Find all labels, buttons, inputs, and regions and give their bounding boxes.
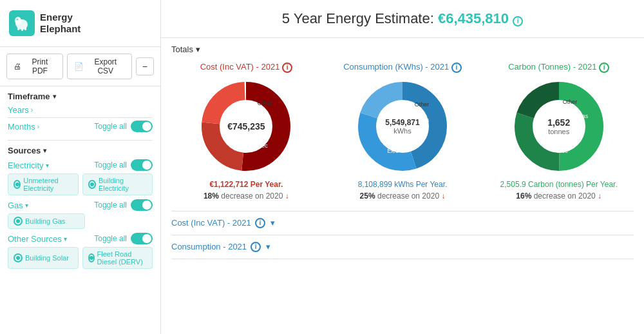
- other-toggle-label: Toggle all: [94, 234, 127, 243]
- sources-header[interactable]: Sources ▾: [8, 146, 153, 155]
- consumption-donut: Other Gas Elec 5,549,871 kWhs: [354, 78, 451, 175]
- cost-accordion[interactable]: Cost (Inc VAT) - 2021 i ▾: [171, 211, 634, 235]
- gas-toggle[interactable]: [131, 199, 153, 211]
- main-header: 5 Year Energy Estimate: €6,435,810 i: [161, 0, 644, 38]
- other-sources-row: Other Sources ▾ Toggle all: [8, 233, 153, 244]
- cost-stat: €1,122,712 Per Year. 18% decrease on 202…: [171, 179, 321, 202]
- consumption-accordion-chevron: ▾: [266, 242, 270, 251]
- carbon-stat: 2,505.9 Carbon (tonnes) Per Year. 16% de…: [484, 179, 634, 202]
- consumption-chart-title: Consumption (KWhs) - 2021 i: [328, 62, 478, 73]
- carbon-chart-card: Carbon (Tonnes) - 2021 i Other Gas Elec: [484, 62, 634, 202]
- svg-point-6: [17, 19, 18, 20]
- gas-toggle-label: Toggle all: [94, 201, 127, 210]
- chip-dot-gas: [14, 217, 23, 226]
- svg-rect-4: [24, 27, 26, 30]
- cost-info-icon[interactable]: i: [282, 63, 292, 73]
- building-gas-chip[interactable]: Building Gas: [8, 213, 85, 229]
- totals-bar[interactable]: Totals ▾: [171, 44, 634, 54]
- bottom-sections: Cost (Inc VAT) - 2021 i ▾ Consumption - …: [171, 211, 634, 259]
- cost-accordion-info[interactable]: i: [255, 218, 265, 228]
- sidebar-actions: 🖨 Print PDF 📄 Export CSV −: [0, 47, 160, 86]
- svg-text:Other: Other: [258, 100, 272, 106]
- gas-toggle-container: Toggle all: [94, 199, 153, 211]
- svg-text:Elec: Elec: [556, 148, 568, 154]
- gas-chips: Building Gas: [8, 213, 153, 229]
- cost-accordion-chevron: ▾: [270, 218, 275, 228]
- other-toggle-container: Toggle all: [94, 233, 153, 244]
- months-toggle-container: Toggle all: [94, 121, 153, 132]
- years-chevron: ›: [31, 106, 33, 113]
- other-sources-chevron: ▾: [64, 235, 67, 242]
- electricity-toggle[interactable]: [131, 159, 153, 171]
- consumption-accordion-label: Consumption - 2021: [171, 242, 247, 251]
- totals-chevron: ▾: [196, 44, 200, 54]
- logo-text: Energy Elephant: [40, 12, 80, 35]
- cost-accordion-label: Cost (Inc VAT) - 2021: [171, 218, 251, 228]
- carbon-info-icon[interactable]: i: [599, 63, 609, 73]
- chip-dot-building-elec: [88, 180, 96, 189]
- svg-rect-2: [17, 27, 19, 30]
- months-label[interactable]: Months ›: [8, 122, 39, 132]
- months-toggle[interactable]: [131, 121, 153, 132]
- svg-text:Other: Other: [415, 101, 430, 108]
- print-pdf-button[interactable]: 🖨 Print PDF: [6, 54, 63, 79]
- chip-dot-unmetered: [14, 180, 21, 189]
- electricity-toggle-container: Toggle all: [94, 159, 153, 171]
- consumption-chart-card: Consumption (KWhs) - 2021 i Other Gas El…: [328, 62, 478, 202]
- print-icon: 🖨: [14, 62, 21, 71]
- electricity-row: Electricity ▾ Toggle all: [8, 159, 153, 171]
- electricity-label[interactable]: Electricity ▾: [8, 161, 49, 170]
- gas-row: Gas ▾ Toggle all: [8, 199, 153, 211]
- other-chips: Building Solar Fleet Road Diesel (DERV): [8, 247, 153, 269]
- logo: Energy Elephant: [0, 0, 160, 47]
- electricity-toggle-label: Toggle all: [94, 161, 127, 170]
- sources-section: Sources ▾ Electricity ▾ Toggle all Unmet…: [0, 141, 160, 278]
- cost-donut: Other Gas Elec €745,235: [198, 78, 294, 175]
- svg-text:Elec: Elec: [387, 148, 399, 154]
- svg-text:Gas: Gas: [577, 113, 588, 119]
- years-row: Years ›: [8, 105, 153, 115]
- months-toggle-label: Toggle all: [94, 122, 127, 131]
- export-csv-button[interactable]: 📄 Export CSV: [67, 54, 132, 79]
- building-electricity-chip[interactable]: Building Electricity: [82, 173, 153, 195]
- chip-dot-solar: [14, 253, 23, 262]
- logo-icon: [9, 10, 35, 36]
- cost-donut-center: €745,235: [227, 121, 265, 132]
- fleet-road-diesel-chip[interactable]: Fleet Road Diesel (DERV): [82, 247, 153, 269]
- svg-text:Gas: Gas: [419, 117, 430, 123]
- consumption-stat: 8,108,899 kWhs Per Year. 25% decrease on…: [328, 179, 478, 202]
- gas-chevron: ▾: [25, 202, 28, 209]
- svg-text:Other: Other: [562, 99, 577, 105]
- title-info-icon[interactable]: i: [513, 16, 523, 26]
- svg-point-5: [15, 21, 18, 26]
- svg-text:Elec: Elec: [257, 142, 269, 149]
- building-solar-chip[interactable]: Building Solar: [8, 247, 79, 269]
- consumption-info-icon[interactable]: i: [451, 63, 462, 73]
- consumption-donut-center: 5,549,871 kWhs: [385, 117, 419, 134]
- electricity-chips: Unmetered Electricity Building Electrici…: [8, 173, 153, 195]
- sources-chevron: ▾: [43, 147, 46, 154]
- gas-label[interactable]: Gas ▾: [8, 201, 28, 210]
- page-title: 5 Year Energy Estimate: €6,435,810 i: [174, 10, 631, 27]
- timeframe-section: Timeframe ▾ Years › Months › Toggle all: [0, 86, 160, 140]
- content-area: Totals ▾ Cost (Inc VAT) - 2021 i: [161, 38, 644, 334]
- svg-rect-3: [21, 28, 23, 31]
- months-chevron: ›: [37, 123, 39, 130]
- consumption-accordion[interactable]: Consumption - 2021 i ▾: [171, 235, 634, 259]
- carbon-donut: Other Gas Elec 1,652 tonnes: [511, 78, 607, 175]
- cost-chart-card: Cost (Inc VAT) - 2021 i Other: [171, 62, 321, 202]
- svg-text:Gas: Gas: [226, 108, 237, 115]
- timeframe-header[interactable]: Timeframe ▾: [8, 92, 153, 101]
- other-toggle[interactable]: [131, 233, 153, 244]
- carbon-donut-center: 1,652 tonnes: [547, 117, 570, 135]
- charts-row: Cost (Inc VAT) - 2021 i Other: [171, 62, 634, 202]
- chip-dot-diesel: [88, 253, 95, 262]
- months-row: Months › Toggle all: [8, 121, 153, 132]
- minus-button[interactable]: −: [136, 57, 154, 75]
- consumption-accordion-info[interactable]: i: [251, 242, 261, 252]
- unmetered-electricity-chip[interactable]: Unmetered Electricity: [8, 173, 79, 195]
- export-icon: 📄: [74, 62, 84, 71]
- main-content: 5 Year Energy Estimate: €6,435,810 i Tot…: [161, 0, 644, 334]
- years-label[interactable]: Years ›: [8, 105, 33, 115]
- other-sources-label[interactable]: Other Sources ▾: [8, 234, 67, 244]
